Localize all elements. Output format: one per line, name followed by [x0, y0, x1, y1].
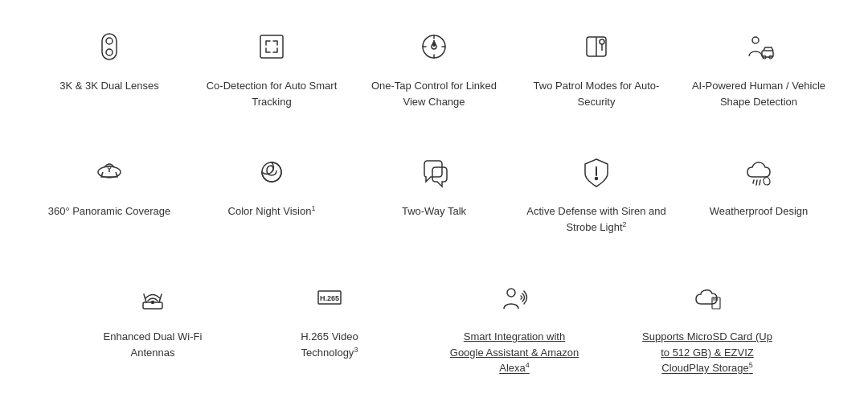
- defense-sup: 2: [623, 220, 627, 228]
- dual-lenses-label: 3K & 3K Dual Lenses: [59, 78, 159, 94]
- microsd-label[interactable]: Supports MicroSD Card (Up to 512 GB) & E…: [641, 329, 773, 376]
- feature-two-way: Two-Way Talk: [357, 142, 511, 243]
- svg-point-23: [152, 301, 154, 303]
- svg-point-19: [596, 177, 598, 179]
- two-way-icon: [410, 150, 458, 194]
- svg-point-1: [106, 38, 113, 44]
- feature-ai: AI-Powered Human / Vehicle Shape Detecti…: [682, 16, 836, 117]
- h265-icon: H.265: [305, 275, 354, 319]
- co-detection-label: Co-Detection for Auto Smart Tracking: [201, 78, 342, 109]
- feature-row-3: Enhanced Dual Wi-Fi Antennas H.265 H.265…: [32, 267, 836, 384]
- h265-label: H.265 Video Technology3: [272, 329, 387, 360]
- microsd-sup: 5: [749, 361, 753, 369]
- patrol-icon: [572, 24, 620, 68]
- feature-defense: Active Defense with Siren and Strobe Lig…: [519, 142, 674, 243]
- one-tap-icon: [410, 24, 458, 68]
- panoramic-label: 360° Panoramic Coverage: [48, 203, 171, 219]
- feature-panoramic: 360° Panoramic Coverage: [32, 142, 186, 243]
- feature-h265: H.265 H.265 Video Technology3: [265, 267, 394, 384]
- svg-point-26: [507, 289, 515, 297]
- feature-co-detection: Co-Detection for Auto Smart Tracking: [194, 16, 349, 117]
- night-vision-label: Color Night Vision1: [228, 203, 316, 219]
- ai-icon: [735, 24, 783, 68]
- feature-patrol: Two Patrol Modes for Auto-Security: [519, 16, 674, 117]
- two-way-label: Two-Way Talk: [402, 203, 466, 219]
- dual-lenses-icon: [85, 24, 133, 68]
- svg-point-2: [106, 49, 113, 55]
- panoramic-icon: [85, 150, 133, 194]
- wifi-icon: [129, 275, 177, 319]
- feature-night-vision: Color Night Vision1: [194, 142, 349, 243]
- ai-label: AI-Powered Human / Vehicle Shape Detecti…: [688, 78, 829, 109]
- patrol-label: Two Patrol Modes for Auto-Security: [526, 78, 667, 109]
- co-detection-icon: [248, 24, 296, 68]
- weatherproof-label: Weatherproof Design: [710, 203, 809, 219]
- feature-dual-wifi: Enhanced Dual Wi-Fi Antennas: [88, 267, 217, 384]
- feature-row-1: 3K & 3K Dual Lenses Co-Detection for Aut…: [32, 16, 836, 243]
- feature-one-tap: One-Tap Control for Linked View Change: [357, 16, 511, 117]
- night-vision-sup: 1: [311, 204, 315, 212]
- feature-dual-lenses: 3K & 3K Dual Lenses: [32, 16, 186, 117]
- night-vision-icon: [248, 150, 296, 194]
- weatherproof-icon: [735, 150, 783, 194]
- feature-weatherproof: Weatherproof Design: [682, 142, 836, 243]
- h265-sup: 3: [354, 346, 358, 354]
- smart-sup: 4: [526, 361, 530, 369]
- smart-icon: [490, 275, 538, 319]
- feature-smart-integration: Smart Integration with Google Assistant …: [442, 267, 587, 384]
- feature-microsd: Supports MicroSD Card (Up to 512 GB) & E…: [635, 267, 780, 384]
- features-container: 3K & 3K Dual Lenses Co-Detection for Aut…: [32, 16, 836, 384]
- storage-icon: [683, 275, 731, 319]
- defense-label: Active Defense with Siren and Strobe Lig…: [526, 203, 667, 235]
- smart-integration-label[interactable]: Smart Integration with Google Assistant …: [448, 329, 580, 376]
- dual-wifi-label: Enhanced Dual Wi-Fi Antennas: [95, 329, 211, 360]
- defense-icon: [572, 150, 620, 194]
- svg-rect-3: [260, 35, 283, 58]
- one-tap-label: One-Tap Control for Linked View Change: [363, 78, 505, 109]
- svg-text:H.265: H.265: [320, 294, 339, 302]
- svg-point-10: [752, 37, 759, 43]
- svg-point-8: [600, 39, 604, 44]
